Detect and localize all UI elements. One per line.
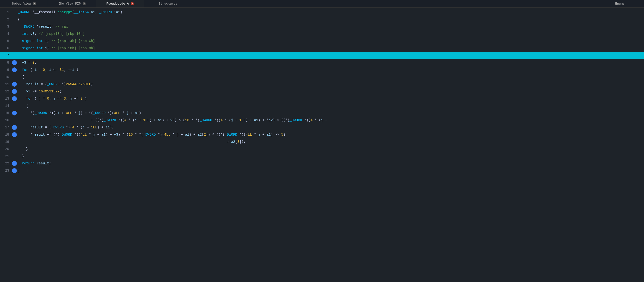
code-content-17: result = (_DWORD *)(4 * (j + 1LL) + a1); [18, 126, 114, 129]
line-num-23: 23 [0, 169, 12, 173]
code-area: 1 _DWORD *__fastcall encrypt(__int64 a1,… [0, 8, 644, 282]
code-content-5: signed int i; // [rsp+14h] [rbp-Ch] [18, 39, 95, 43]
tab-enums[interactable]: Enums [596, 0, 644, 7]
code-line-19: 19 + a2[3]); [0, 138, 644, 145]
line-num-19: 19 [0, 140, 12, 144]
line-num-5: 5 [0, 39, 12, 43]
line-num-22: 22 [0, 162, 12, 165]
code-content-18: *result += (*(_DWORD *)(4LL * j + a1) + … [18, 133, 285, 137]
code-line-21: 21 } [0, 153, 644, 160]
code-line-18: 18 *result += (*(_DWORD *)(4LL * j + a1)… [0, 131, 644, 138]
tab-enums-label: Enums [615, 2, 624, 5]
code-content-16: + ((*(_DWORD *)(4 * (j + 1LL) + a1) + v3… [18, 118, 327, 122]
code-line-22: 22 return result; [0, 160, 644, 167]
code-content-23: } | [18, 169, 28, 173]
tab-structures-label: Structures [158, 2, 177, 5]
line-num-20: 20 [0, 147, 12, 151]
code-content-11: result = (_DWORD *)2654435769LL; [18, 82, 93, 86]
breakpoint-11 [12, 82, 17, 87]
line-num-6: 6 [0, 46, 12, 50]
line-num-17: 17 [0, 126, 12, 129]
code-content-9: for ( i = 0; i <= 31; ++i ) [18, 68, 78, 72]
tab-structures[interactable]: Structures [144, 0, 192, 7]
code-content-4: int v3; // [rsp+10h] [rbp-10h] [18, 32, 84, 36]
tab-pseudocode-a-label: Pseudocode-A [106, 2, 129, 5]
code-line-2: 2 { [0, 16, 644, 23]
code-line-1: 1 _DWORD *__fastcall encrypt(__int64 a1,… [0, 9, 644, 16]
code-line-14: 14 { [0, 102, 644, 109]
code-content-6: signed int j; // [rsp+18h] [rbp-8h] [18, 46, 95, 50]
code-line-10: 10 { [0, 73, 644, 81]
line-num-2: 2 [0, 17, 12, 21]
breakpoint-8 [12, 60, 17, 65]
code-line-13: 13 for ( j = 0; j <= 3; j += 2 ) [0, 95, 644, 102]
tab-bar: Debug View ▪ IDA View-RIP ▪ Pseudocode-A… [0, 0, 644, 8]
breakpoint-15 [12, 111, 17, 115]
code-line-23: 23 } | [0, 167, 644, 174]
line-num-12: 12 [0, 89, 12, 93]
breakpoint-23 [12, 168, 17, 173]
code-content-1: _DWORD *__fastcall encrypt(__int64 a1, _… [18, 10, 122, 14]
tab-debug-view-label: Debug View [12, 2, 31, 5]
code-content-21: } [18, 154, 24, 158]
line-num-7: 7 [0, 53, 12, 57]
tab-debug-view[interactable]: Debug View ▪ [0, 0, 48, 7]
code-line-11: 11 result = (_DWORD *)2654435769LL; [0, 81, 644, 88]
code-line-6: 6 signed int j; // [rsp+18h] [rbp-8h] [0, 45, 644, 52]
line-num-16: 16 [0, 118, 12, 122]
code-line-15: 15 *(_DWORD *)(a1 + 4LL * j) = *(_DWORD … [0, 109, 644, 117]
code-content-19: + a2[3]); [18, 140, 246, 144]
code-line-5: 5 signed int i; // [rsp+14h] [rbp-Ch] [0, 37, 644, 45]
code-content-15: *(_DWORD *)(a1 + 4LL * j) = *(_DWORD *)(… [18, 111, 141, 115]
code-content-8: v3 = 0; [18, 61, 36, 64]
code-line-4: 4 int v3; // [rsp+10h] [rbp-10h] [0, 30, 644, 37]
line-num-15: 15 [0, 111, 12, 115]
tab-pseudocode-a-close[interactable]: ✕ [131, 2, 134, 5]
line-num-11: 11 [0, 82, 12, 86]
breakpoint-12 [12, 89, 17, 94]
code-line-16: 16 + ((*(_DWORD *)(4 * (j + 1LL) + a1) +… [0, 117, 644, 124]
code-content-13: for ( j = 0; j <= 3; j += 2 ) [18, 97, 87, 101]
line-num-1: 1 [0, 10, 12, 14]
tab-debug-view-close[interactable]: ▪ [33, 2, 36, 5]
breakpoint-17 [12, 125, 17, 130]
code-line-12: 12 v3 -= 1640531527; [0, 88, 644, 95]
code-content-2: { [18, 17, 20, 21]
line-num-13: 13 [0, 97, 12, 101]
code-content-20: } [18, 147, 28, 151]
line-num-18: 18 [0, 133, 12, 137]
tab-ida-view-rip[interactable]: IDA View-RIP ▪ [48, 0, 96, 7]
line-num-14: 14 [0, 104, 12, 108]
line-num-3: 3 [0, 25, 12, 28]
tab-ida-view-rip-label: IDA View-RIP [58, 2, 81, 5]
line-num-4: 4 [0, 32, 12, 36]
code-content-3: _DWORD *result; // rax [18, 25, 68, 28]
breakpoint-9 [12, 67, 17, 72]
line-num-21: 21 [0, 154, 12, 158]
code-content-14: { [18, 104, 28, 108]
tab-spacer [192, 0, 596, 7]
tab-pseudocode-a[interactable]: Pseudocode-A ✕ [96, 0, 144, 7]
breakpoint-13 [12, 96, 17, 101]
code-line-9: 9 for ( i = 0; i <= 31; ++i ) [0, 66, 644, 73]
line-num-10: 10 [0, 75, 12, 79]
code-content-12: v3 -= 1640531527; [18, 89, 62, 93]
code-content-22: return result; [18, 162, 51, 165]
code-line-7: 7 [0, 52, 644, 59]
tab-ida-view-rip-close[interactable]: ▪ [83, 2, 86, 5]
code-line-3: 3 _DWORD *result; // rax [0, 23, 644, 30]
line-num-9: 9 [0, 68, 12, 72]
breakpoint-18 [12, 132, 17, 137]
code-line-17: 17 result = (_DWORD *)(4 * (j + 1LL) + a… [0, 124, 644, 131]
breakpoint-22 [12, 161, 17, 166]
code-line-20: 20 } [0, 145, 644, 153]
code-content-10: { [18, 75, 24, 79]
line-num-8: 8 [0, 61, 12, 64]
code-line-8: 8 v3 = 0; [0, 59, 644, 66]
